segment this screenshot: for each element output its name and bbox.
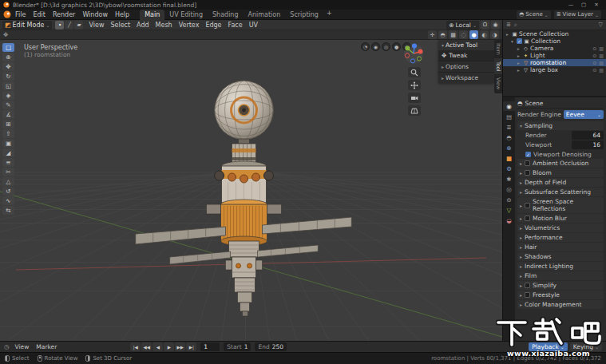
tab-physics[interactable]: ◎	[503, 184, 515, 194]
maximize-button[interactable]: ▢	[577, 0, 590, 10]
tab-material[interactable]: ◒	[503, 216, 515, 225]
section-checkbox[interactable]	[525, 170, 530, 176]
frame-end-field[interactable]: End 250	[255, 342, 287, 351]
add-workspace-button[interactable]: +	[323, 10, 335, 20]
space-station-model[interactable]	[136, 81, 352, 316]
menu-edge[interactable]: Edge	[203, 22, 224, 29]
tool-bevel[interactable]: ◢	[2, 148, 14, 157]
timeline-menu-view[interactable]: View	[14, 343, 31, 350]
search-icon[interactable]: ⌕	[514, 22, 517, 28]
section-hair[interactable]: ▸Hair	[517, 243, 604, 251]
viewport-denoising-checkbox[interactable]: ✓	[525, 152, 531, 157]
section-checkbox[interactable]	[525, 292, 530, 298]
section-checkbox[interactable]	[525, 160, 530, 166]
shading-wireframe-button[interactable]: ◌	[459, 30, 468, 39]
pan-button[interactable]	[408, 80, 421, 90]
npanel-tab-view[interactable]: View	[494, 74, 502, 93]
section-volumetrics[interactable]: ▸Volumetrics	[517, 224, 604, 232]
jump-to-start-button[interactable]: |◀	[130, 342, 141, 351]
tool-add-cube[interactable]: ⊞	[2, 120, 14, 129]
tool-transform[interactable]: ◈	[2, 91, 14, 100]
tab-object-data[interactable]: ▽	[503, 205, 515, 215]
transform-orientation-dropdown[interactable]: ⊕ Local ⌄	[446, 21, 479, 30]
section-color-management[interactable]: ▸Color Management	[517, 300, 604, 309]
section-freestyle[interactable]: ▸Freestyle	[517, 291, 604, 299]
section-motion-blur[interactable]: ▸Motion Blur	[517, 214, 604, 223]
tool-select-box[interactable]: □	[2, 43, 14, 52]
viewport-samples-field[interactable]: 16	[572, 140, 604, 149]
tab-view-layer[interactable]: ≣	[503, 122, 515, 132]
section-checkbox[interactable]	[525, 283, 530, 288]
outliner-row-large-box[interactable]: ▸ ▽ large box ⊙▥	[503, 66, 606, 73]
tool-extrude-region[interactable]: ⇧	[2, 129, 14, 138]
render-engine-dropdown[interactable]: Eevee ⌄	[564, 110, 604, 119]
options-section[interactable]: ▸Options	[438, 61, 494, 72]
minimize-button[interactable]: —	[564, 0, 577, 10]
view-layer-selector[interactable]: ≣ View Layer ⌄	[554, 10, 601, 19]
eye-icon[interactable]: ⊙	[592, 60, 596, 65]
shading-solid-button[interactable]: ●	[469, 30, 478, 39]
tool-inset-faces[interactable]: ▣	[2, 139, 14, 148]
outliner-row-collection[interactable]: ▾ ✓ ▣ Collection	[503, 38, 606, 45]
section-checkbox[interactable]	[525, 216, 530, 221]
tool-measure[interactable]: ∡	[2, 110, 14, 119]
section-performance[interactable]: ▸Performance	[517, 233, 604, 242]
tab-object[interactable]: ■	[503, 153, 515, 163]
toggle-perspective-button[interactable]	[408, 105, 421, 116]
menu-select[interactable]: Select	[108, 22, 133, 29]
section-depth-of-field[interactable]: ▸Depth of Field	[517, 178, 604, 187]
shading-rendered-button[interactable]: ◑	[490, 30, 499, 39]
shading-solid-button[interactable]: ●	[392, 42, 401, 51]
workspace-tab-scripting[interactable]: Scripting	[285, 10, 323, 20]
workspace-tab-animation[interactable]: Animation	[244, 10, 286, 20]
eye-icon[interactable]: ⊙	[592, 53, 596, 58]
npanel-tab-tool[interactable]: Tool	[494, 58, 502, 75]
npanel-tab-item[interactable]: Item	[494, 40, 502, 58]
xray-toggle[interactable]: ▩	[449, 30, 457, 39]
render-visibility-icon[interactable]: ▥	[599, 60, 604, 65]
show-gizmos-button[interactable]: ◉	[371, 42, 380, 51]
close-button[interactable]: ✕	[590, 0, 603, 10]
camera-view-button[interactable]	[408, 93, 421, 103]
render-visibility-icon[interactable]: ▥	[599, 46, 604, 51]
menu-render[interactable]: Render	[50, 10, 78, 20]
section-film[interactable]: ▸Film	[517, 271, 604, 280]
section-ambient-occlusion[interactable]: ▸Ambient Occlusion	[517, 159, 604, 168]
tool-poly-build[interactable]: △	[2, 177, 14, 186]
render-visibility-icon[interactable]: ▥	[599, 67, 604, 73]
zoom-button[interactable]	[408, 67, 421, 77]
face-select-button[interactable]: ▰	[74, 21, 83, 30]
tool-knife[interactable]: ✂	[2, 168, 14, 176]
menu-file[interactable]: File	[12, 10, 29, 20]
filter-icon[interactable]: ▽	[599, 22, 603, 28]
edge-select-button[interactable]: ╱	[65, 21, 73, 30]
menu-add[interactable]: Add	[134, 22, 152, 29]
tool-cursor[interactable]: ⊕	[2, 53, 14, 61]
collection-checkbox[interactable]: ✓	[517, 38, 522, 44]
section-subsurface-scattering[interactable]: ▸Subsurface Scattering	[517, 188, 604, 196]
workspace-section[interactable]: ▸Workspace	[438, 72, 494, 83]
tool-annotate[interactable]: ✎	[2, 101, 14, 109]
section-sampling[interactable]: ▾ Sampling	[517, 121, 604, 130]
jump-to-end-button[interactable]: ▶|	[186, 342, 196, 351]
next-keyframe-button[interactable]: ▶▶	[175, 342, 185, 351]
section-screen-space-reflections[interactable]: ▸Screen Space Reflections	[517, 197, 604, 213]
section-indirect-lighting[interactable]: ▸Indirect Lighting	[517, 262, 604, 271]
blender-menu-icon[interactable]	[3, 10, 11, 18]
show-overlays-button[interactable]: ◎	[382, 42, 390, 51]
render-visibility-icon[interactable]: ▥	[599, 53, 604, 58]
frame-start-field[interactable]: Start 1	[224, 342, 251, 351]
tab-modifiers[interactable]: ⚙	[503, 164, 515, 173]
outliner-row-roomstation[interactable]: ▸ ▽ roomstation ⊙▥	[503, 59, 606, 66]
menu-mesh[interactable]: Mesh	[153, 22, 175, 29]
eye-icon[interactable]: ⊙	[592, 46, 596, 51]
tab-scene[interactable]: ◓	[503, 133, 515, 142]
workspace-tab-shading[interactable]: Shading	[208, 10, 244, 20]
show-gizmo-toggle[interactable]: ✛	[428, 30, 437, 39]
mode-dropdown[interactable]: ◩ Edit Mode ⌄	[2, 21, 52, 30]
tab-render[interactable]: ◉	[503, 101, 515, 111]
scene-selector[interactable]: ◓ Scene ⌄	[517, 10, 550, 19]
keying-menu[interactable]: Keying⌄	[570, 342, 602, 351]
shading-material-button[interactable]: ◐	[480, 30, 489, 39]
tab-world[interactable]: ⊕	[503, 143, 515, 152]
